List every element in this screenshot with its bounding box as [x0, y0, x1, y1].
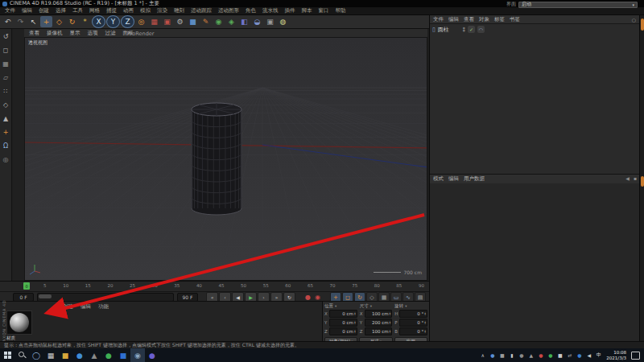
- points-mode-button[interactable]: ∷: [1, 87, 11, 97]
- coordinate-system[interactable]: ◎: [135, 16, 147, 27]
- lock-icon[interactable]: ▪: [634, 175, 637, 181]
- attribute-manager-menu-item[interactable]: 模式: [433, 175, 444, 183]
- scale-tool[interactable]: ◇: [53, 16, 65, 27]
- prorender-menu-item[interactable]: ProRender: [127, 31, 154, 37]
- mograph-button[interactable]: ◈: [225, 16, 237, 27]
- attribute-manager[interactable]: [430, 183, 640, 342]
- misc-app-icon[interactable]: ●: [145, 348, 159, 362]
- tray-sync-icon[interactable]: ⇄: [565, 348, 574, 362]
- search-icon[interactable]: ○: [632, 17, 636, 23]
- stepper-icon[interactable]: ▴▾: [354, 312, 356, 316]
- menu-item[interactable]: 角色: [242, 7, 259, 14]
- rotation-b-field[interactable]: 0 °▴▾: [399, 327, 427, 335]
- menu-item[interactable]: 网格: [86, 7, 103, 14]
- position-x-field[interactable]: 0 cm▴▾: [329, 310, 357, 318]
- viewport-menu-item[interactable]: 选项: [88, 30, 98, 37]
- menu-item[interactable]: 脚本: [299, 7, 316, 14]
- menu-item[interactable]: 帮助: [332, 7, 349, 14]
- stepper-icon[interactable]: ▴▾: [424, 312, 426, 316]
- material-menu-item[interactable]: 创建: [63, 303, 73, 311]
- history-back-icon[interactable]: ◀: [625, 175, 630, 181]
- tray-mic-icon[interactable]: ▮: [507, 348, 516, 362]
- tray-volume-icon[interactable]: ◀: [584, 348, 593, 362]
- object-manager-menu-item[interactable]: 对象: [479, 16, 489, 23]
- object-manager-menu-item[interactable]: 标签: [494, 16, 505, 23]
- phong-tag-icon[interactable]: ◠: [477, 26, 485, 33]
- tray-ime-icon[interactable]: 中: [594, 348, 603, 362]
- stepper-icon[interactable]: ▴▾: [390, 330, 391, 334]
- menu-item[interactable]: 文件: [2, 7, 19, 14]
- live-selection-tool[interactable]: ↖: [27, 16, 39, 27]
- material-thumbnail[interactable]: [6, 311, 32, 335]
- size-y-field[interactable]: 200 cm▴▾: [365, 319, 393, 327]
- cinema4d-app-icon[interactable]: ◉: [130, 348, 145, 362]
- camera-button[interactable]: ▣: [264, 16, 276, 27]
- taskbar-clock[interactable]: 10:08 2021/3/3: [603, 350, 630, 360]
- rotation-header[interactable]: 旋转 ▾: [394, 302, 427, 309]
- viewport-menu-item[interactable]: 摄像机: [47, 30, 63, 37]
- make-editable-button[interactable]: ↺: [1, 32, 11, 42]
- object-manager-menu-item[interactable]: 文件: [433, 16, 444, 23]
- material-item[interactable]: 材质: [6, 311, 32, 341]
- task-view-icon[interactable]: ▦: [43, 348, 58, 362]
- palette-handle-icon[interactable]: [641, 19, 644, 31]
- render-settings-button[interactable]: ⚙: [174, 16, 186, 27]
- redo-button[interactable]: ↷: [14, 16, 27, 27]
- viewport-canvas[interactable]: 透视视图 700 cm: [24, 37, 427, 281]
- menu-item[interactable]: 动画: [120, 7, 137, 14]
- position-header[interactable]: 位置 ▾: [324, 302, 357, 309]
- stepper-icon[interactable]: ▴▾: [390, 321, 391, 325]
- menu-item[interactable]: 捕捉: [103, 7, 120, 14]
- timeline-playhead[interactable]: 0: [23, 282, 30, 290]
- menu-item[interactable]: 雕刻: [171, 7, 188, 14]
- spline-pen-button[interactable]: ✎: [200, 16, 212, 27]
- viewport-solo-button[interactable]: ◎: [1, 155, 11, 165]
- taskbar-search-button[interactable]: [14, 348, 29, 362]
- menu-item[interactable]: 选择: [52, 7, 69, 14]
- interface-dropdown[interactable]: 启动 ▾: [518, 2, 638, 8]
- object-manager-menu-item[interactable]: 查看: [464, 16, 474, 23]
- undo-button[interactable]: ↶: [2, 16, 14, 27]
- object-manager-menu-item[interactable]: 编辑: [448, 16, 459, 23]
- stepper-icon[interactable]: ▴▾: [424, 321, 426, 325]
- menu-item[interactable]: 插件: [282, 7, 299, 14]
- menu-item[interactable]: 创建: [35, 7, 52, 14]
- position-y-field[interactable]: 0 cm▴▾: [329, 319, 357, 327]
- environment-button[interactable]: ◒: [251, 16, 263, 27]
- photos-app-icon[interactable]: ▲: [87, 348, 101, 362]
- object-manager-menu-item[interactable]: 书签: [510, 16, 520, 23]
- subdivision-surface-button[interactable]: ◉: [213, 16, 225, 27]
- object-name[interactable]: 圆柱: [438, 26, 449, 34]
- tray-update-icon[interactable]: ▲: [526, 348, 535, 362]
- edges-mode-button[interactable]: ◇: [1, 101, 11, 110]
- tray-green-icon[interactable]: ●: [546, 348, 555, 362]
- cortana-icon[interactable]: ◯: [29, 348, 43, 362]
- timeline-ruler[interactable]: 051015202530354045505560657075808590 0: [0, 282, 429, 292]
- viewport-menu-item[interactable]: 过滤: [105, 30, 116, 37]
- tray-chat-icon[interactable]: ■: [555, 348, 564, 362]
- stepper-icon[interactable]: ▴▾: [354, 330, 356, 334]
- stepper-icon[interactable]: ▴▾: [390, 312, 391, 316]
- menu-item[interactable]: 编辑: [19, 7, 35, 14]
- menu-item[interactable]: 模拟: [137, 7, 154, 14]
- view-label[interactable]: 透视视图: [28, 39, 47, 47]
- menu-item[interactable]: 运动跟踪: [188, 7, 215, 14]
- lock-y-axis[interactable]: Y: [106, 15, 120, 28]
- lock-x-axis[interactable]: X: [92, 15, 105, 28]
- enable-axis-button[interactable]: +: [1, 128, 11, 138]
- tray-cloud-icon[interactable]: ●: [517, 348, 526, 362]
- viewport-menu-item[interactable]: 显示: [70, 30, 80, 37]
- stepper-icon[interactable]: ▴▾: [354, 321, 356, 325]
- menu-item[interactable]: 渲染: [154, 7, 171, 14]
- polygons-mode-button[interactable]: ▲: [1, 114, 11, 124]
- material-menu-item[interactable]: 功能: [98, 303, 109, 311]
- tray-record-icon[interactable]: ●: [536, 348, 545, 362]
- last-used-tool[interactable]: *: [79, 16, 91, 27]
- move-tool[interactable]: +: [40, 16, 52, 27]
- tray-network-icon[interactable]: ●: [575, 348, 584, 362]
- material-menu-item[interactable]: 编辑: [80, 303, 91, 311]
- rotation-p-field[interactable]: 0 °▴▾: [399, 319, 427, 327]
- start-button[interactable]: [0, 348, 14, 362]
- material-name[interactable]: 材质: [6, 335, 32, 341]
- stepper-icon[interactable]: ▴▾: [424, 330, 426, 334]
